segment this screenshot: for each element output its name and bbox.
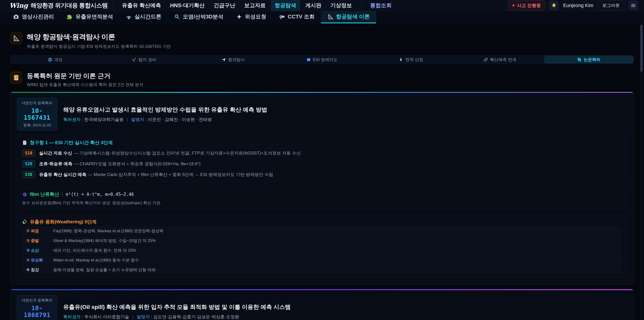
module-tab[interactable]: 오염/선박3D분석 <box>168 11 230 23</box>
app-title: 해양환경 위기대응 통합시스템 <box>31 2 108 10</box>
step-desc: — CHARRY모델 조화분석 + 취송류 경험식(0.029×Vw, θw+1… <box>74 161 200 166</box>
app-logo: Wing 해양환경 위기대응 통합시스템 <box>10 2 108 10</box>
section-icon-box <box>10 72 22 84</box>
camera-icon <box>13 14 19 20</box>
patent-number: 10-1868791 <box>19 304 55 318</box>
nav-menu-item[interactable]: 유출유 확산예측 <box>118 0 165 11</box>
patent-title-block: 유출유(Oil spill) 확산 예측을 위한 입자 추적 모듈 최적화 방법… <box>63 303 291 320</box>
section-pill-label: 논문특허 <box>584 57 600 62</box>
page-scrollbar <box>640 24 643 320</box>
patent-number-badge: 대한민국 등록특허 10-1567431 등록: 2015.11.03 <box>17 98 57 131</box>
module-tab-label: 위성요청 <box>245 13 266 21</box>
scrollbar-thumb[interactable] <box>640 25 643 72</box>
patent-registered-date: 등록: 2015.11.03 <box>19 123 55 128</box>
module-tab[interactable]: 영상사진관리 <box>7 11 60 23</box>
holder-label: 특허권자 <box>63 117 81 122</box>
module-tab-label: 항공탐색 이론 <box>336 13 370 21</box>
module-tab[interactable]: 위성요청 <box>230 11 273 23</box>
step-text: 실시간 자료 수신— 기상예측시스템·위성영상수신시스템·검조소 인터넷 연결,… <box>39 150 301 156</box>
module-tab-label: 영상사진관리 <box>22 13 54 21</box>
claim-step-row: S20 조류·취송류 예측— CHARRY모델 조화분석 + 취송류 경험식(0… <box>22 160 622 167</box>
hamburger-menu-button[interactable] <box>628 1 638 10</box>
patent-card-2: 대한민국 등록특허 10-1868791 등록: 2018.06.12 유출유(… <box>10 289 634 320</box>
puzzle-icon <box>67 14 73 20</box>
step-desc: — 기상예측시스템·위성영상수신시스템·검조소 인터넷 연결, FTP로 기상자… <box>74 151 301 156</box>
nav-menu-item-label: 보고자료 <box>244 2 266 9</box>
section-pill-tab[interactable]: 확산예측 연계 <box>455 56 544 63</box>
module-tab[interactable]: CCTV 조회 <box>273 11 321 23</box>
pen-icon <box>399 57 403 62</box>
page-header: 해양 항공탐색·원격탐사 이론 유출유 원격탐지·항공감시 기법·ESI 방제정… <box>10 32 634 49</box>
nav-item-integrated-search[interactable]: 통합조회 <box>366 0 396 11</box>
map-icon <box>306 57 311 62</box>
patent-header: 대한민국 등록특허 10-1567431 등록: 2015.11.03 해양 유… <box>17 98 627 131</box>
nav-menu-item[interactable]: 긴급구난 <box>210 0 239 11</box>
nav-menu-item[interactable]: 항공탐색 <box>271 0 300 11</box>
inventor-value: : 김도연·김용혁·김충기·김성은·박상훈·오정환 <box>151 314 239 319</box>
claims-panel: 청구항 1 — ESI 기반 실시간 확산 3단계 S10 실시간 자료 수신—… <box>17 135 627 182</box>
nav-menu-item[interactable]: 게시판 <box>301 0 325 11</box>
weathering-stage-label: ① 퍼짐 <box>26 228 53 234</box>
patent-title: 유출유(Oil spill) 확산 예측을 위한 입자 추적 모듈 최적화 방법… <box>63 303 291 311</box>
patent-number: 10-1567431 <box>19 107 55 121</box>
module-tab[interactable]: 항공탐색 이론 <box>321 11 376 23</box>
claims-panel-header: 청구항 1 — ESI 기반 실시간 확산 3단계 <box>22 139 622 146</box>
patent-badge-country: 대한민국 등록특허 <box>19 101 55 106</box>
nav-menu-item[interactable]: 보고자료 <box>240 0 270 11</box>
weathering-stage-label: ⑤ 침강 <box>26 267 53 272</box>
weathering-stage-desc: Water-in-oil. Mackay et al.(1980) 풍속·수분 … <box>53 257 139 263</box>
holder-value: : 한국해양과학기술원 <box>82 117 124 122</box>
incident-status-badge[interactable]: 사고 진행중 <box>508 0 545 11</box>
nav-menu-item[interactable]: 기상정보 <box>326 0 356 11</box>
step-name: 조류·취송류 예측 <box>39 161 72 166</box>
nav-menu-item-label: 긴급구난 <box>214 2 235 9</box>
weathering-rows: ① 퍼짐 Fay(1969): 중력-관성력. Mackay et al.(19… <box>22 227 622 274</box>
notifications-button[interactable] <box>549 1 559 10</box>
weathering-stage-desc: 용해·미생물 분해. 질량 손실률 = 초기 누유량에 선형 비례 <box>53 267 156 272</box>
cctv-icon <box>279 14 285 20</box>
top-navigation-bar: Wing 해양환경 위기대응 통합시스템 유출유 확산예측 HNS·대기확산 긴… <box>0 0 644 11</box>
module-tab[interactable]: 실시간드론 <box>120 11 168 23</box>
fbm-separator: | <box>62 192 63 197</box>
step-text: 유출유 확산 실시간 예측— Monte Carlo 입자추적 + fBm 난류… <box>39 172 273 178</box>
section-pill-label: 개요 <box>54 57 63 62</box>
nav-menu-item[interactable]: HNS·대기확산 <box>166 0 209 11</box>
module-tab-label: CCTV 조회 <box>288 13 314 21</box>
module-tab[interactable]: 유출유면적분석 <box>60 11 120 23</box>
globe-icon <box>48 57 52 62</box>
weathering-row: ⑤ 침강 용해·미생물 분해. 질량 손실률 = 초기 누유량에 선형 비례 <box>22 266 622 274</box>
logo-wing-mark: Wing <box>10 2 28 9</box>
section-pill-tab[interactable]: 면적 산정 <box>366 56 455 63</box>
section-pill-tab[interactable]: 논문특허 <box>544 56 633 63</box>
step-text: 조류·취송류 예측— CHARRY모델 조화분석 + 취송류 경험식(0.029… <box>39 161 200 167</box>
logout-button[interactable]: 로그아웃 <box>598 0 624 11</box>
fbm-formula: σ²(t) = A·t^m, m=0.45~2.46 <box>66 192 134 197</box>
patent-number-badge: 대한민국 등록특허 10-1868791 등록: 2018.06.12 <box>17 295 57 320</box>
step-badge: S20 <box>22 160 35 167</box>
section-pill-label: ESI 방제지도 <box>313 57 338 62</box>
page-icon-box <box>10 32 22 44</box>
weathering-stage-label: ③ 소산 <box>26 248 53 253</box>
step-badge: S10 <box>22 150 35 157</box>
section-pill-tab[interactable]: 개요 <box>11 56 100 63</box>
section-pill-tab[interactable]: ESI 방제지도 <box>278 56 366 63</box>
weathering-panel-title: 유출유 풍화(Weathering) 5단계 <box>30 219 96 225</box>
link-icon <box>484 57 488 62</box>
star4-icon <box>236 14 242 20</box>
step-name: 유출유 확산 실시간 예측 <box>39 172 86 177</box>
section-pill-label: 면적 산정 <box>405 57 423 62</box>
weathering-stage-label: ④ 유상화 <box>26 257 53 263</box>
weathering-stage-desc: Stiver & Mackay(1984) 해석적 방법. 수일~10일간 약 … <box>53 238 156 243</box>
weathering-row: ② 증발 Stiver & Mackay(1984) 해석적 방법. 수일~10… <box>22 237 622 244</box>
claim-step-row: S10 실시간 자료 수신— 기상예측시스템·위성영상수신시스템·검조소 인터넷… <box>22 150 622 157</box>
section-pill-tab[interactable]: 탐지 장비 <box>100 56 188 63</box>
nav-menu-item-label: 기상정보 <box>330 2 352 9</box>
page-subtitle: 유출유 원격탐지·항공감시 기법·ESI 방제정보지도·등록특허 10-1567… <box>27 44 171 49</box>
section-pill-tab[interactable]: 원격탐사 <box>189 56 278 63</box>
weathering-row: ④ 유상화 Water-in-oil. Mackay et al.(1980) … <box>22 256 622 264</box>
status-dot-icon <box>512 4 514 7</box>
weathering-panel-header: 유출유 풍화(Weathering) 5단계 <box>22 219 622 225</box>
fbm-headline: fBm 난류확산 | σ²(t) = A·t^m, m=0.45~2.46 <box>22 191 622 197</box>
module-tab-label: 오염/선박3D분석 <box>183 13 224 21</box>
meta-separator: | <box>127 117 128 122</box>
